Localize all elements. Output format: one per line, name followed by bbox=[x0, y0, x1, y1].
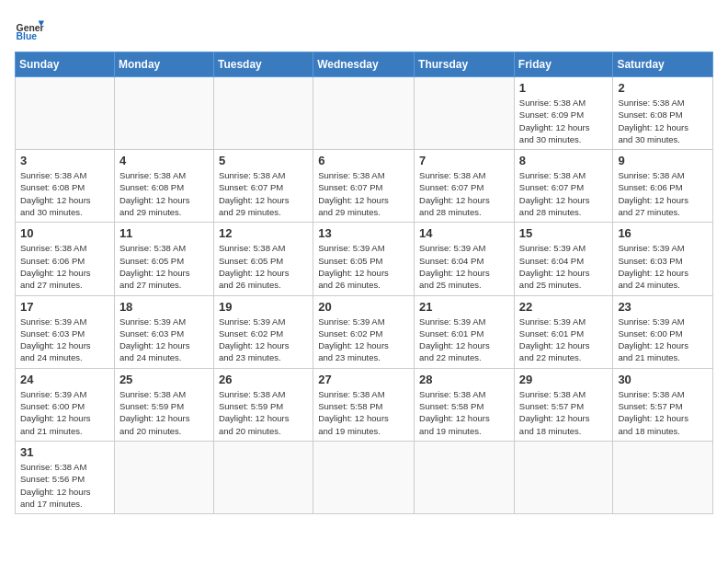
logo-icon: General Blue bbox=[15, 15, 44, 44]
calendar-day-cell bbox=[415, 77, 515, 150]
day-info: Sunrise: 5:38 AM Sunset: 6:06 PM Dayligh… bbox=[20, 242, 109, 291]
calendar-day-cell: 30Sunrise: 5:38 AM Sunset: 5:57 PM Dayli… bbox=[613, 368, 713, 441]
calendar-day-cell: 29Sunrise: 5:38 AM Sunset: 5:57 PM Dayli… bbox=[514, 368, 613, 441]
day-number: 22 bbox=[519, 300, 609, 314]
day-info: Sunrise: 5:38 AM Sunset: 6:07 PM Dayligh… bbox=[519, 169, 609, 218]
calendar-day-cell bbox=[313, 441, 415, 513]
day-number: 25 bbox=[119, 373, 209, 386]
calendar-day-cell: 7Sunrise: 5:38 AM Sunset: 6:07 PM Daylig… bbox=[415, 150, 515, 223]
calendar-day-cell: 31Sunrise: 5:38 AM Sunset: 5:56 PM Dayli… bbox=[16, 441, 115, 513]
day-number: 13 bbox=[318, 226, 409, 240]
day-info: Sunrise: 5:39 AM Sunset: 6:00 PM Dayligh… bbox=[20, 388, 109, 437]
day-number: 14 bbox=[419, 226, 509, 240]
day-number: 20 bbox=[318, 300, 409, 314]
day-info: Sunrise: 5:38 AM Sunset: 5:59 PM Dayligh… bbox=[219, 388, 308, 437]
logo: General Blue bbox=[15, 15, 48, 44]
calendar-day-cell bbox=[114, 441, 213, 513]
day-info: Sunrise: 5:38 AM Sunset: 6:06 PM Dayligh… bbox=[618, 169, 708, 218]
calendar-day-cell: 8Sunrise: 5:38 AM Sunset: 6:07 PM Daylig… bbox=[514, 150, 613, 223]
day-number: 30 bbox=[618, 373, 708, 386]
day-number: 7 bbox=[419, 154, 509, 167]
calendar-header-row: SundayMondayTuesdayWednesdayThursdayFrid… bbox=[16, 52, 713, 77]
day-info: Sunrise: 5:39 AM Sunset: 6:01 PM Dayligh… bbox=[519, 316, 609, 364]
day-number: 16 bbox=[618, 226, 708, 240]
day-info: Sunrise: 5:38 AM Sunset: 6:09 PM Dayligh… bbox=[519, 97, 609, 145]
day-number: 9 bbox=[618, 154, 708, 167]
day-number: 23 bbox=[618, 300, 708, 314]
calendar-day-cell bbox=[213, 441, 313, 513]
calendar-week-row: 1Sunrise: 5:38 AM Sunset: 6:09 PM Daylig… bbox=[16, 77, 713, 150]
calendar-day-cell: 5Sunrise: 5:38 AM Sunset: 6:07 PM Daylig… bbox=[213, 150, 313, 223]
calendar-table: SundayMondayTuesdayWednesdayThursdayFrid… bbox=[15, 52, 713, 514]
day-of-week-header: Monday bbox=[114, 52, 213, 77]
calendar-day-cell: 9Sunrise: 5:38 AM Sunset: 6:06 PM Daylig… bbox=[613, 150, 713, 223]
day-number: 4 bbox=[119, 154, 209, 167]
day-number: 19 bbox=[219, 300, 308, 314]
day-number: 1 bbox=[519, 81, 609, 95]
calendar-day-cell: 25Sunrise: 5:38 AM Sunset: 5:59 PM Dayli… bbox=[114, 368, 213, 441]
day-info: Sunrise: 5:39 AM Sunset: 6:03 PM Dayligh… bbox=[618, 242, 708, 291]
day-number: 26 bbox=[219, 373, 308, 386]
day-info: Sunrise: 5:39 AM Sunset: 6:04 PM Dayligh… bbox=[419, 242, 509, 291]
day-info: Sunrise: 5:38 AM Sunset: 5:59 PM Dayligh… bbox=[119, 388, 209, 437]
day-of-week-header: Wednesday bbox=[313, 52, 415, 77]
day-number: 8 bbox=[519, 154, 609, 167]
calendar-day-cell: 21Sunrise: 5:39 AM Sunset: 6:01 PM Dayli… bbox=[415, 295, 515, 368]
calendar-day-cell: 28Sunrise: 5:38 AM Sunset: 5:58 PM Dayli… bbox=[415, 368, 515, 441]
day-number: 28 bbox=[419, 373, 509, 386]
calendar-day-cell bbox=[514, 441, 613, 513]
day-number: 10 bbox=[20, 226, 109, 240]
calendar-day-cell: 26Sunrise: 5:38 AM Sunset: 5:59 PM Dayli… bbox=[213, 368, 313, 441]
calendar-day-cell: 27Sunrise: 5:38 AM Sunset: 5:58 PM Dayli… bbox=[313, 368, 415, 441]
calendar-day-cell: 4Sunrise: 5:38 AM Sunset: 6:08 PM Daylig… bbox=[114, 150, 213, 223]
calendar-week-row: 10Sunrise: 5:38 AM Sunset: 6:06 PM Dayli… bbox=[16, 223, 713, 295]
calendar-day-cell: 11Sunrise: 5:38 AM Sunset: 6:05 PM Dayli… bbox=[114, 223, 213, 295]
day-number: 11 bbox=[119, 226, 209, 240]
calendar-day-cell: 1Sunrise: 5:38 AM Sunset: 6:09 PM Daylig… bbox=[514, 77, 613, 150]
calendar-week-row: 24Sunrise: 5:39 AM Sunset: 6:00 PM Dayli… bbox=[16, 368, 713, 441]
calendar-day-cell: 6Sunrise: 5:38 AM Sunset: 6:07 PM Daylig… bbox=[313, 150, 415, 223]
calendar-day-cell: 20Sunrise: 5:39 AM Sunset: 6:02 PM Dayli… bbox=[313, 295, 415, 368]
day-number: 5 bbox=[219, 154, 308, 167]
day-of-week-header: Sunday bbox=[16, 52, 115, 77]
day-of-week-header: Thursday bbox=[415, 52, 515, 77]
calendar-day-cell: 13Sunrise: 5:39 AM Sunset: 6:05 PM Dayli… bbox=[313, 223, 415, 295]
calendar-week-row: 3Sunrise: 5:38 AM Sunset: 6:08 PM Daylig… bbox=[16, 150, 713, 223]
day-info: Sunrise: 5:38 AM Sunset: 6:05 PM Dayligh… bbox=[119, 242, 209, 291]
calendar-day-cell bbox=[213, 77, 313, 150]
calendar-day-cell: 3Sunrise: 5:38 AM Sunset: 6:08 PM Daylig… bbox=[16, 150, 115, 223]
day-info: Sunrise: 5:39 AM Sunset: 6:01 PM Dayligh… bbox=[419, 316, 509, 364]
calendar-day-cell: 2Sunrise: 5:38 AM Sunset: 6:08 PM Daylig… bbox=[613, 77, 713, 150]
day-info: Sunrise: 5:38 AM Sunset: 6:07 PM Dayligh… bbox=[419, 169, 509, 218]
day-of-week-header: Saturday bbox=[613, 52, 713, 77]
calendar-day-cell bbox=[16, 77, 115, 150]
day-number: 27 bbox=[318, 373, 409, 386]
calendar-day-cell: 15Sunrise: 5:39 AM Sunset: 6:04 PM Dayli… bbox=[514, 223, 613, 295]
day-info: Sunrise: 5:38 AM Sunset: 6:08 PM Dayligh… bbox=[119, 169, 209, 218]
day-number: 31 bbox=[20, 445, 109, 459]
day-info: Sunrise: 5:38 AM Sunset: 5:57 PM Dayligh… bbox=[618, 388, 708, 437]
day-number: 3 bbox=[20, 154, 109, 167]
svg-text:Blue: Blue bbox=[17, 31, 38, 41]
day-info: Sunrise: 5:38 AM Sunset: 5:58 PM Dayligh… bbox=[419, 388, 509, 437]
day-number: 24 bbox=[20, 373, 109, 386]
day-of-week-header: Tuesday bbox=[213, 52, 313, 77]
day-info: Sunrise: 5:38 AM Sunset: 6:08 PM Dayligh… bbox=[20, 169, 109, 218]
day-number: 15 bbox=[519, 226, 609, 240]
day-number: 18 bbox=[119, 300, 209, 314]
calendar-week-row: 17Sunrise: 5:39 AM Sunset: 6:03 PM Dayli… bbox=[16, 295, 713, 368]
calendar-day-cell: 22Sunrise: 5:39 AM Sunset: 6:01 PM Dayli… bbox=[514, 295, 613, 368]
day-info: Sunrise: 5:38 AM Sunset: 6:07 PM Dayligh… bbox=[318, 169, 409, 218]
day-info: Sunrise: 5:38 AM Sunset: 6:07 PM Dayligh… bbox=[219, 169, 308, 218]
day-number: 29 bbox=[519, 373, 609, 386]
calendar-day-cell bbox=[114, 77, 213, 150]
day-number: 21 bbox=[419, 300, 509, 314]
calendar-day-cell bbox=[415, 441, 515, 513]
calendar-day-cell: 24Sunrise: 5:39 AM Sunset: 6:00 PM Dayli… bbox=[16, 368, 115, 441]
day-number: 6 bbox=[318, 154, 409, 167]
day-of-week-header: Friday bbox=[514, 52, 613, 77]
day-info: Sunrise: 5:38 AM Sunset: 6:05 PM Dayligh… bbox=[219, 242, 308, 291]
day-info: Sunrise: 5:38 AM Sunset: 5:58 PM Dayligh… bbox=[318, 388, 409, 437]
day-info: Sunrise: 5:38 AM Sunset: 5:56 PM Dayligh… bbox=[20, 461, 109, 510]
calendar-day-cell bbox=[613, 441, 713, 513]
